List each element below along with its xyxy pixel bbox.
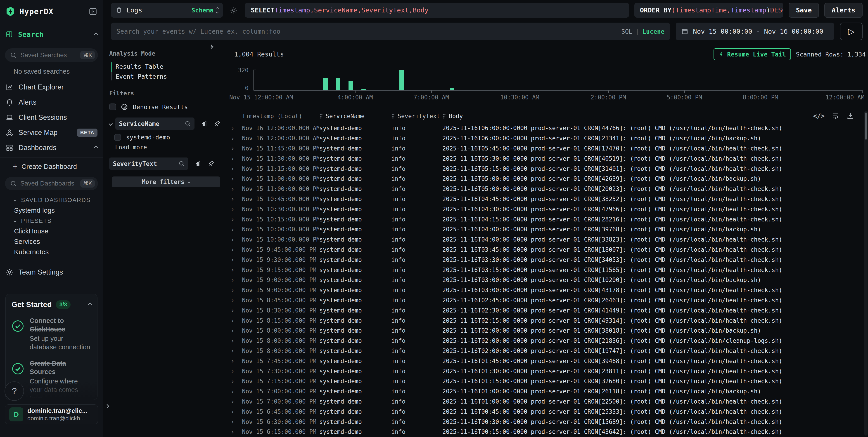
histogram-bar[interactable] (336, 78, 340, 90)
histogram-bar[interactable] (342, 90, 346, 91)
histogram-bar[interactable] (558, 90, 562, 91)
log-row[interactable]: ›Nov 15 9:15:00.000 PMsystemd-demoinfo20… (226, 265, 864, 275)
histogram-bar[interactable] (735, 90, 740, 91)
expand-row-icon[interactable]: › (230, 124, 235, 132)
code-view-icon[interactable]: </> (813, 112, 825, 120)
expand-row-icon[interactable]: › (230, 205, 235, 213)
user-menu[interactable]: D dominic.tran@clic... dominic.tran@clic… (5, 404, 98, 424)
histogram-bar[interactable] (285, 90, 289, 91)
log-row[interactable]: ›Nov 15 8:00:00.000 PMsystemd-demoinfo20… (226, 346, 864, 356)
histogram-bar[interactable] (596, 90, 600, 91)
column-header-servicename[interactable]: ServiceName (319, 113, 391, 120)
histogram-bar[interactable] (514, 90, 518, 91)
log-row[interactable]: ›Nov 15 6:45:00.000 PMsystemd-demoinfo20… (226, 406, 864, 417)
expand-row-icon[interactable]: › (230, 337, 235, 345)
log-row[interactable]: ›Nov 15 8:00:00.000 PMsystemd-demoinfo20… (226, 336, 864, 346)
log-row[interactable]: ›Nov 15 7:00:00.000 PMsystemd-demoinfo20… (226, 386, 864, 397)
lucene-toggle[interactable]: Lucene (642, 28, 664, 35)
expand-row-icon[interactable]: › (230, 134, 235, 142)
histogram-bar[interactable] (469, 90, 473, 91)
sidebar-item-services[interactable]: Services (0, 236, 103, 247)
scrollbar-thumb[interactable] (865, 112, 867, 140)
histogram-bar[interactable] (602, 90, 607, 91)
more-filters-button[interactable]: More filters (112, 176, 220, 187)
histogram-bar[interactable] (767, 90, 771, 91)
expand-row-icon[interactable]: › (230, 165, 235, 173)
log-row[interactable]: ›Nov 15 11:45:00.000 PMsystemd-demoinfo2… (226, 143, 864, 154)
histogram-bar[interactable] (761, 90, 765, 91)
histogram-bar[interactable] (380, 90, 385, 91)
mode-results-table[interactable]: Results Table (116, 62, 224, 71)
expand-row-icon[interactable]: › (230, 175, 235, 183)
histogram-bar[interactable] (634, 90, 638, 91)
histogram-bar[interactable] (291, 90, 296, 91)
histogram-bar[interactable] (532, 90, 537, 91)
histogram-bar[interactable] (773, 90, 778, 91)
histogram-bar[interactable] (279, 90, 283, 91)
histogram-bar[interactable] (653, 90, 657, 91)
histogram-bar[interactable] (539, 90, 543, 91)
histogram-bar[interactable] (716, 90, 720, 91)
column-header-timestamp[interactable]: Timestamp (Local) (242, 113, 319, 120)
histogram-bar[interactable] (387, 90, 391, 91)
histogram-bar[interactable] (323, 78, 328, 90)
mode-event-patterns[interactable]: Event Patterns (116, 71, 224, 81)
bar-chart-icon[interactable] (200, 120, 208, 127)
sidebar-item-alerts[interactable]: Alerts (0, 95, 103, 110)
histogram-bar[interactable] (482, 90, 486, 91)
expand-row-icon[interactable]: › (230, 185, 235, 193)
expand-row-icon[interactable]: › (230, 256, 235, 264)
histogram-bar[interactable] (697, 90, 702, 91)
histogram-bar[interactable] (545, 90, 549, 91)
expand-row-icon[interactable]: › (230, 296, 235, 304)
histogram-bar[interactable] (793, 90, 797, 91)
log-row[interactable]: ›Nov 16 12:00:00.000 AMsystemd-demoinfo2… (226, 133, 864, 143)
histogram-bar[interactable] (412, 90, 416, 91)
histogram-bar[interactable] (501, 90, 505, 91)
histogram-bar[interactable] (628, 90, 632, 91)
log-row[interactable]: ›Nov 15 11:15:00.000 PMsystemd-demoinfo2… (226, 164, 864, 174)
expand-row-icon[interactable]: › (230, 215, 235, 223)
histogram-bar[interactable] (609, 90, 613, 91)
histogram-bar[interactable] (564, 90, 568, 91)
log-row[interactable]: ›Nov 15 11:00:00.000 PMsystemd-demoinfo2… (226, 184, 864, 194)
checkbox[interactable] (109, 103, 116, 110)
histogram-bar[interactable] (393, 90, 397, 91)
chevron-right-icon[interactable] (209, 44, 213, 48)
histogram-bar[interactable] (691, 90, 695, 91)
histogram-bar[interactable] (406, 90, 410, 91)
histogram-bar[interactable] (494, 90, 499, 91)
get-started-item-connect-to-clickhouse[interactable]: Connect to ClickHouseSet up your databas… (11, 316, 91, 351)
log-row[interactable]: ›Nov 15 7:15:00.000 PMsystemd-demoinfo20… (226, 376, 864, 386)
histogram-bar[interactable] (418, 90, 423, 91)
scrollbar-track[interactable] (864, 111, 868, 436)
log-row[interactable]: ›Nov 15 7:45:00.000 PMsystemd-demoinfo20… (226, 356, 864, 366)
histogram-bar[interactable] (647, 90, 651, 91)
log-row[interactable]: ›Nov 15 9:45:00.000 PMsystemd-demoinfo20… (226, 245, 864, 255)
log-row[interactable]: ›Nov 15 9:00:00.000 PMsystemd-demoinfo20… (226, 285, 864, 295)
histogram-bar[interactable] (431, 90, 435, 91)
histogram-bar[interactable] (704, 90, 708, 91)
histogram-bar[interactable] (754, 90, 758, 91)
histogram-bar[interactable] (348, 81, 353, 90)
sidebar-item-search[interactable]: Search (0, 28, 103, 41)
histogram-bar[interactable] (456, 90, 461, 91)
drag-handle-icon[interactable] (391, 113, 395, 119)
saved-dashboards-input[interactable]: ⌘K (5, 177, 98, 190)
log-row[interactable]: ›Nov 15 8:45:00.000 PMsystemd-demoinfo20… (226, 295, 864, 305)
log-row[interactable]: ›Nov 15 10:00:00.000 PMsystemd-demoinfo2… (226, 235, 864, 245)
histogram-bar[interactable] (659, 90, 663, 91)
histogram-bar[interactable] (665, 90, 670, 91)
histogram-bar[interactable] (374, 90, 378, 91)
histogram-bar[interactable] (710, 90, 714, 91)
histogram-bar[interactable] (330, 90, 334, 91)
expand-row-icon[interactable]: › (230, 428, 235, 436)
expand-row-icon[interactable]: › (230, 266, 235, 274)
histogram-bar[interactable] (837, 90, 841, 91)
sidebar-item-team-settings[interactable]: Team Settings (0, 266, 103, 278)
histogram-bar[interactable] (780, 90, 784, 91)
chevron-down-icon[interactable] (108, 122, 113, 126)
expand-row-icon[interactable]: › (230, 246, 235, 254)
histogram-bar[interactable] (551, 90, 556, 91)
histogram-bar[interactable] (805, 90, 809, 91)
